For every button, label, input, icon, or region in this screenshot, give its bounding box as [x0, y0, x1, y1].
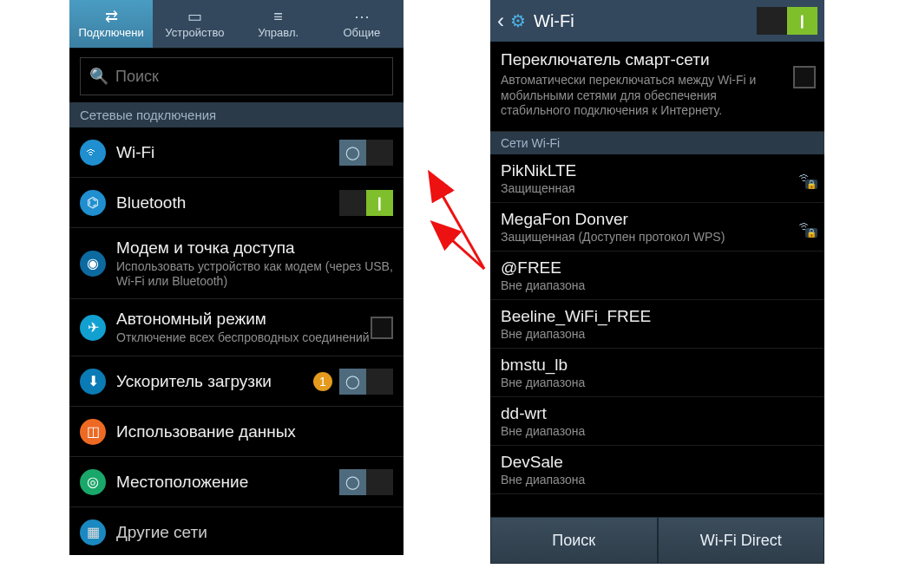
network-item[interactable]: DevSale Вне диапазона — [490, 446, 824, 494]
row-title: Местоположение — [116, 473, 339, 492]
arrow-to-bluetooth-toggle — [434, 224, 484, 269]
bottom-button-bar: Поиск Wi-Fi Direct — [490, 517, 824, 564]
tab-label: Управл. — [258, 26, 299, 39]
bluetooth-toggle[interactable]: ❙ — [339, 190, 393, 216]
settings-screen: ⇄ Подключени ▭ Устройство ≡ Управл. ⋯ Об… — [69, 0, 404, 555]
back-icon[interactable]: ‹ — [497, 9, 504, 33]
arrow-to-wifi-toggle — [430, 174, 484, 269]
tab-device[interactable]: ▭ Устройство — [153, 0, 236, 48]
swap-icon: ⇄ — [105, 9, 118, 24]
row-title: Другие сети — [116, 523, 393, 542]
tab-label: Общие — [344, 26, 381, 39]
network-name: @FREE — [501, 258, 814, 278]
wifi-screen: ‹ ⚙ Wi-Fi ❙ Переключатель смарт-сети Авт… — [490, 0, 824, 564]
network-item[interactable]: MegaFon Donver Защищенная (Доступен прот… — [490, 203, 824, 252]
network-status: Защищенная — [501, 181, 784, 195]
smart-checkbox[interactable] — [793, 66, 816, 88]
search-input[interactable] — [115, 68, 384, 86]
download-icon: ⬇ — [80, 369, 106, 395]
tab-control[interactable]: ≡ Управл. — [237, 0, 320, 48]
hotspot-icon: ◉ — [80, 251, 106, 277]
lock-icon: 🔒 — [805, 180, 817, 189]
search-bar[interactable]: 🔍 — [80, 57, 393, 95]
network-name: Beeline_WiFi_FREE — [501, 307, 814, 326]
network-name: dd-wrt — [501, 404, 814, 423]
network-status: Вне диапазона — [501, 376, 814, 389]
page-title: Wi-Fi — [534, 11, 757, 31]
network-status: Вне диапазона — [501, 424, 814, 438]
smart-network-switch[interactable]: Переключатель смарт-сети Автоматически п… — [490, 42, 824, 132]
smart-subtitle: Автоматически переключаться между Wi-Fi … — [501, 73, 790, 119]
row-download-booster[interactable]: ⬇ Ускоритель загрузки 1 ◯ — [69, 356, 404, 407]
network-name: DevSale — [501, 453, 814, 472]
section-network-connections: Сетевые подключения — [69, 102, 404, 127]
network-status: Вне диапазона — [501, 278, 814, 292]
wifi-signal-icon: ᯤ🔒 — [790, 169, 814, 187]
chart-icon: ◫ — [80, 419, 106, 445]
row-subtitle: Использовать устройство как модем (через… — [116, 259, 393, 289]
section-wifi-networks: Сети Wi-Fi — [490, 132, 824, 154]
row-wifi[interactable]: ᯤ Wi-Fi ◯ — [69, 127, 404, 178]
network-status: Защищенная (Доступен протокол WPS) — [501, 230, 784, 244]
row-title: Wi-Fi — [116, 143, 339, 162]
tab-general[interactable]: ⋯ Общие — [320, 0, 404, 48]
row-title: Модем и точка доступа — [116, 238, 393, 258]
wifi-header: ‹ ⚙ Wi-Fi ❙ — [490, 0, 824, 42]
tab-label: Подключени — [79, 26, 144, 39]
bluetooth-icon: ⌬ — [80, 190, 106, 216]
device-icon: ▭ — [187, 9, 202, 24]
tab-connections[interactable]: ⇄ Подключени — [69, 0, 153, 48]
gear-icon: ⚙ — [508, 10, 528, 31]
grid-icon: ▦ — [80, 519, 106, 546]
row-location[interactable]: ◎ Местоположение ◯ — [69, 457, 404, 507]
network-list: PikNikLTE Защищенная ᯤ🔒 MegaFon Donver З… — [490, 154, 824, 494]
network-item[interactable]: @FREE Вне диапазона — [490, 252, 824, 300]
row-subtitle: Отключение всех беспроводных соединений — [116, 330, 371, 345]
wifi-master-toggle[interactable]: ❙ — [757, 7, 817, 35]
new-badge-icon: 1 — [313, 372, 332, 391]
network-item[interactable]: bmstu_lb Вне диапазона — [490, 349, 824, 397]
network-name: PikNikLTE — [501, 161, 784, 180]
smart-title: Переключатель смарт-сети — [501, 50, 790, 69]
row-title: Ускоритель загрузки — [116, 372, 313, 391]
network-item[interactable]: Beeline_WiFi_FREE Вне диапазона — [490, 300, 824, 349]
location-icon: ◎ — [80, 469, 106, 495]
wifi-signal-icon: ᯤ🔒 — [790, 218, 814, 236]
network-item[interactable]: PikNikLTE Защищенная ᯤ🔒 — [490, 154, 824, 203]
row-data-usage[interactable]: ◫ Использование данных — [69, 407, 404, 457]
search-icon: 🔍 — [89, 67, 108, 86]
row-other-networks[interactable]: ▦ Другие сети — [69, 507, 404, 555]
wifi-toggle[interactable]: ◯ — [339, 140, 393, 166]
lock-icon: 🔒 — [805, 228, 817, 238]
wifi-direct-button[interactable]: Wi-Fi Direct — [658, 517, 825, 564]
network-name: bmstu_lb — [501, 356, 814, 375]
airplane-checkbox[interactable] — [371, 317, 393, 339]
network-item[interactable]: dd-wrt Вне диапазона — [490, 397, 824, 446]
row-title: Автономный режим — [116, 310, 371, 329]
airplane-icon: ✈ — [80, 315, 106, 341]
sliders-icon: ≡ — [273, 9, 283, 24]
scan-button[interactable]: Поиск — [490, 517, 658, 564]
network-status: Вне диапазона — [501, 473, 814, 487]
location-toggle[interactable]: ◯ — [339, 469, 393, 495]
network-status: Вне диапазона — [501, 327, 814, 341]
row-title: Использование данных — [116, 422, 393, 441]
tab-label: Устройство — [165, 26, 224, 39]
row-airplane[interactable]: ✈ Автономный режим Отключение всех беспр… — [69, 299, 404, 356]
row-bluetooth[interactable]: ⌬ Bluetooth ❙ — [69, 178, 404, 228]
wifi-icon: ᯤ — [80, 140, 106, 166]
booster-toggle[interactable]: ◯ — [339, 369, 393, 395]
more-icon: ⋯ — [354, 9, 370, 24]
row-tethering[interactable]: ◉ Модем и точка доступа Использовать уст… — [69, 228, 404, 299]
row-title: Bluetooth — [116, 193, 339, 212]
top-tabs: ⇄ Подключени ▭ Устройство ≡ Управл. ⋯ Об… — [69, 0, 404, 49]
network-name: MegaFon Donver — [501, 210, 784, 229]
